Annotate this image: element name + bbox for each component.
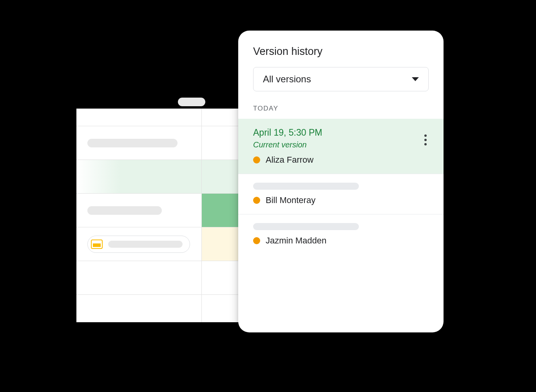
- sheet-row: [76, 194, 264, 227]
- editor-name: Bill Monteray: [266, 195, 315, 205]
- editor-dot-icon: [253, 156, 260, 163]
- placeholder-text: [87, 206, 162, 215]
- column-tab: [178, 98, 205, 106]
- version-item[interactable]: Bill Monteray: [238, 174, 444, 214]
- sheet-row-highlighted: [76, 160, 264, 193]
- sheet-row: [76, 261, 264, 294]
- more-options-button[interactable]: [421, 132, 430, 148]
- file-chip[interactable]: [87, 236, 190, 253]
- caret-down-icon: [412, 77, 419, 81]
- version-history-panel: Version history All versions Today April…: [238, 31, 444, 332]
- editor-name: Aliza Farrow: [266, 155, 313, 165]
- sheet-row: [76, 126, 264, 160]
- version-editor: Jazmin Madden: [253, 236, 429, 246]
- dropdown-label: All versions: [263, 74, 311, 85]
- version-item-current[interactable]: April 19, 5:30 PM Current version Aliza …: [238, 119, 444, 174]
- versions-filter-dropdown[interactable]: All versions: [253, 67, 429, 91]
- editor-name: Jazmin Madden: [266, 236, 326, 246]
- version-item[interactable]: Jazmin Madden: [238, 214, 444, 254]
- version-subtitle: Current version: [253, 140, 429, 149]
- sheet-row: [76, 295, 264, 322]
- placeholder-timestamp: [253, 183, 359, 190]
- sheet-row: [76, 227, 264, 261]
- panel-title: Version history: [238, 31, 444, 67]
- version-timestamp: April 19, 5:30 PM: [253, 127, 429, 138]
- section-label-today: Today: [238, 91, 444, 119]
- slides-icon: [91, 240, 103, 249]
- editor-dot-icon: [253, 197, 260, 204]
- version-editor: Bill Monteray: [253, 195, 429, 205]
- editor-dot-icon: [253, 237, 260, 244]
- spreadsheet-background: [76, 109, 264, 322]
- placeholder-timestamp: [253, 223, 359, 230]
- version-editor: Aliza Farrow: [253, 155, 429, 165]
- placeholder-text: [87, 139, 177, 147]
- placeholder-text: [108, 241, 183, 248]
